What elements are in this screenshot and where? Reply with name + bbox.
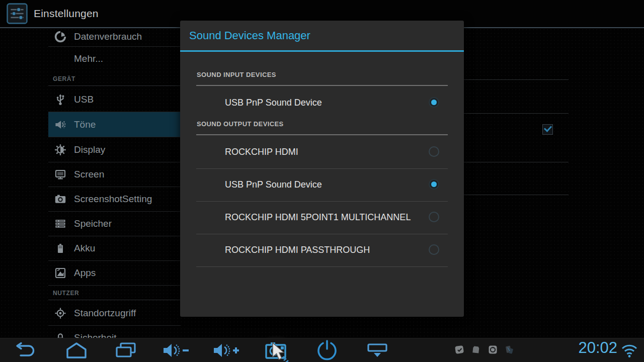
home-icon — [65, 341, 88, 359]
sidebar-item-label: Sicherheit — [74, 332, 117, 338]
device-label: USB PnP Sound Device — [225, 98, 322, 108]
back-icon — [14, 342, 37, 359]
radio-button[interactable] — [429, 97, 439, 108]
sidebar-item-screen[interactable]: Screen — [48, 162, 181, 187]
recents-icon — [115, 341, 137, 359]
device-label: ROCKCHIP HDMI PASSTHROUGH — [225, 245, 370, 255]
section-sound-output-devices: SOUND OUTPUT DEVICES — [197, 120, 447, 128]
checkmark-icon — [544, 124, 552, 132]
device-row-rockchip-hdmi[interactable]: ROCKCHIP HDMI — [196, 136, 448, 169]
clock: 20:02 — [578, 339, 617, 357]
notification-usb-icon — [505, 345, 514, 354]
usb-icon — [54, 94, 66, 106]
device-label: USB PnP Sound Device — [225, 179, 322, 190]
mouse-cursor — [271, 342, 293, 362]
dialog-title-bar: Sound Devices Manager — [180, 21, 464, 50]
recents-button[interactable] — [108, 338, 144, 362]
sidebar-item-display[interactable]: Display — [48, 137, 181, 162]
device-label: ROCKCHIP HDMI 5POINT1 MULTICHANNEL — [225, 212, 411, 223]
radio-button[interactable] — [429, 179, 439, 190]
sidebar-item-label: Speicher — [74, 218, 112, 229]
sidebar-item-sicherheit[interactable]: Sicherheit — [48, 325, 181, 338]
sidebar-item-apps[interactable]: Apps — [48, 260, 181, 286]
location-icon — [54, 307, 66, 319]
status-tray — [455, 345, 514, 354]
lock-icon — [54, 332, 66, 338]
sidebar-item-label: Mehr... — [74, 53, 103, 64]
power-button[interactable] — [309, 338, 345, 362]
radio-button[interactable] — [429, 146, 439, 157]
sidebar-item-label: Apps — [74, 267, 96, 279]
settings-app-icon — [7, 3, 28, 24]
device-label: ROCKCHIP HDMI — [225, 147, 298, 157]
dialog-title-rule — [180, 50, 464, 52]
sidebar-item-speicher[interactable]: Speicher — [48, 211, 181, 236]
camera-icon — [54, 193, 66, 205]
brightness-icon — [54, 144, 66, 156]
section-rule — [196, 134, 448, 135]
sound-icon — [54, 119, 66, 131]
volume-down-icon — [162, 341, 191, 359]
dialog-title: Sound Devices Manager — [189, 29, 310, 42]
battery-icon — [54, 242, 66, 254]
sidebar-item-datenverbrauch[interactable]: Datenverbrauch — [48, 27, 181, 47]
sidebar-item-label: Akku — [74, 243, 95, 254]
monitor-icon — [54, 168, 66, 180]
device-row-rockchip-passthrough[interactable]: ROCKCHIP HDMI PASSTHROUGH — [196, 234, 448, 267]
section-header-label: GERÄT — [53, 75, 75, 82]
settings-sidebar: Datenverbrauch Mehr... GERÄT USB — [48, 27, 181, 338]
sidebar-item-standortzugriff[interactable]: Standortzugriff — [48, 301, 181, 326]
device-row-rockchip-5point1[interactable]: ROCKCHIP HDMI 5POINT1 MULTICHANNEL — [196, 201, 448, 234]
notification-sync-icon — [488, 345, 498, 354]
home-button[interactable] — [58, 338, 95, 362]
hide-navbar-icon — [365, 341, 389, 359]
data-usage-icon — [54, 31, 66, 43]
sidebar-item-label: Screen — [74, 169, 104, 180]
section-rule — [196, 85, 448, 86]
storage-icon — [54, 218, 66, 230]
back-button[interactable] — [7, 338, 43, 362]
volume-up-icon — [212, 341, 241, 359]
sound-devices-manager-dialog: Sound Devices Manager SOUND INPUT DEVICE… — [180, 21, 464, 317]
hide-navbar-button[interactable] — [359, 338, 395, 362]
notification-storage-icon — [471, 345, 481, 354]
sidebar-item-label: USB — [74, 94, 94, 105]
system-navbar — [0, 338, 644, 362]
sidebar-item-label: Standortzugriff — [74, 308, 136, 319]
sidebar-section-geraet: GERÄT — [48, 71, 181, 86]
sidebar-item-mehr[interactable]: Mehr... — [48, 47, 181, 71]
sidebar-item-label: Töne — [74, 119, 96, 130]
sidebar-item-label: ScreenshotSetting — [74, 194, 152, 205]
apps-icon — [54, 267, 66, 279]
background-checkbox[interactable] — [542, 124, 553, 135]
sidebar-section-nutzer: NUTZER — [48, 285, 181, 300]
wifi-icon — [621, 344, 638, 358]
notification-check-icon — [455, 345, 464, 354]
power-icon — [316, 340, 338, 361]
sidebar-item-label: Datenverbrauch — [74, 31, 142, 42]
device-row-usb-pnp-output[interactable]: USB PnP Sound Device — [196, 168, 448, 202]
section-header-label: NUTZER — [53, 290, 79, 297]
sidebar-item-label: Display — [74, 144, 105, 155]
sidebar-item-screenshotsetting[interactable]: ScreenshotSetting — [48, 187, 181, 212]
device-row-usb-pnp-input[interactable]: USB PnP Sound Device — [196, 86, 448, 119]
android-screen: Einstellungen Datenverbrauch Mehr... GER… — [0, 0, 644, 362]
volume-down-button[interactable] — [158, 338, 194, 362]
radio-button[interactable] — [429, 244, 439, 255]
sidebar-item-usb[interactable]: USB — [48, 87, 181, 112]
app-title: Einstellungen — [34, 8, 99, 20]
sidebar-item-toene[interactable]: Töne — [48, 112, 181, 137]
volume-up-button[interactable] — [208, 338, 245, 362]
section-sound-input-devices: SOUND INPUT DEVICES — [197, 71, 447, 78]
sidebar-item-akku[interactable]: Akku — [48, 236, 181, 261]
radio-button[interactable] — [429, 212, 439, 222]
